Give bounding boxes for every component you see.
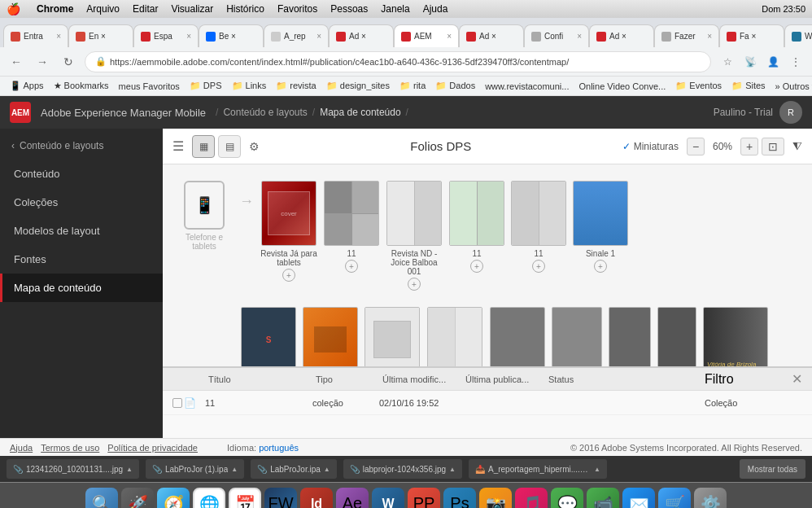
tab-be[interactable]: Be × <box>199 24 264 47</box>
cast-button[interactable]: 📡 <box>740 52 760 72</box>
menu-pessoas[interactable]: Pessoas <box>330 3 368 15</box>
download-item-4[interactable]: 📎 labprojor-1024x356.jpg ▲ <box>343 459 462 479</box>
bookmark-video[interactable]: Online Video Conve... <box>575 80 669 93</box>
tab-en[interactable]: En × <box>68 24 133 47</box>
link-ajuda[interactable]: Ajuda <box>10 443 33 453</box>
tab-gmail[interactable]: Entra × <box>3 24 68 47</box>
sidebar-item-conteudo[interactable]: Conteúdo <box>0 160 163 188</box>
filter-icon[interactable]: ⧨ <box>792 139 802 153</box>
person-button[interactable]: 👤 <box>763 52 783 72</box>
folio-item-5[interactable]: 11 + <box>511 181 566 273</box>
reload-button[interactable]: ↻ <box>59 52 78 72</box>
tab-close-aem[interactable]: × <box>447 32 452 41</box>
tab-close-espa[interactable]: × <box>186 32 191 41</box>
tab-ad2[interactable]: Ad × <box>459 24 524 47</box>
breadcrumb-conteudo[interactable]: Conteúdo e layouts <box>223 107 307 118</box>
menu-button[interactable]: ⋮ <box>786 52 805 72</box>
folio-add-1[interactable]: + <box>282 269 295 282</box>
dock-mail[interactable]: ✉️ <box>622 488 655 509</box>
bookmark-star[interactable]: ★ Bookmarks <box>50 79 112 93</box>
dock-word[interactable]: W <box>372 488 404 509</box>
sidebar-item-colecoes[interactable]: Coleções <box>0 188 163 217</box>
sidebar-item-mapa[interactable]: Mapa de conteúdo <box>0 274 163 302</box>
folio-item-2[interactable]: 11 + <box>324 181 379 273</box>
col-titulo[interactable]: Título <box>208 374 314 384</box>
folio-item-6[interactable]: Sinale 1 + <box>573 181 628 273</box>
bookmark-apps[interactable]: 📱 Apps <box>7 79 47 93</box>
menu-arquivo[interactable]: Arquivo <box>86 3 120 15</box>
folio-item-4[interactable]: 11 + <box>449 181 504 273</box>
folio-add-5[interactable]: + <box>532 260 545 273</box>
folio-add-2[interactable]: + <box>345 260 358 273</box>
dock-finder[interactable]: 🔍 <box>85 488 118 509</box>
bookmark-dados[interactable]: 📁 Dados <box>432 79 478 93</box>
folio-item-r2-2[interactable]: 11 + <box>303 307 358 366</box>
settings-icon[interactable]: ⚙ <box>249 140 260 153</box>
sidebar-item-modelos[interactable]: Modelos de layout <box>0 217 163 245</box>
idioma-link[interactable]: português <box>259 443 299 453</box>
forward-button[interactable]: → <box>33 52 52 72</box>
dock-chrome[interactable]: 🌐 <box>193 488 225 509</box>
tab-close-arep[interactable]: × <box>317 32 321 41</box>
menu-chrome[interactable]: Chrome <box>37 3 73 15</box>
bookmark-eventos[interactable]: 📁 Eventos <box>672 79 725 93</box>
download-arrow-3[interactable]: ▲ <box>324 466 330 473</box>
bookmark-rita[interactable]: 📁 rita <box>396 79 429 93</box>
tab-ad1[interactable]: Ad × <box>329 24 394 47</box>
dock-facetime[interactable]: 📹 <box>587 488 619 509</box>
menu-historico[interactable]: Histórico <box>226 3 264 15</box>
bookmark-design[interactable]: 📁 design_sites <box>323 79 393 93</box>
link-privacidade[interactable]: Política de privacidade <box>107 443 198 453</box>
dock-fw[interactable]: FW <box>264 488 297 509</box>
list-view-button[interactable]: ▤ <box>218 135 241 158</box>
sidebar-back-button[interactable]: ‹ Conteúdo e layouts <box>0 132 163 160</box>
back-button[interactable]: ← <box>7 52 26 72</box>
dock-settings[interactable]: ⚙️ <box>694 488 727 509</box>
folio-add-3[interactable]: + <box>408 278 421 291</box>
tab-espa[interactable]: Espa × <box>133 24 199 47</box>
apple-icon[interactable]: 🍎 <box>7 2 20 15</box>
menu-editar[interactable]: Editar <box>133 3 158 15</box>
folio-item-1[interactable]: cover Revista Já para tablets + <box>260 181 317 282</box>
dock-safari[interactable]: 🧭 <box>157 488 190 509</box>
folio-item-r2-9[interactable]: Vitória de Brizola Vitória de Brizola <box>703 307 768 366</box>
bookmark-revista2[interactable]: www.revistacomuni... <box>482 80 572 93</box>
dock-appstore[interactable]: 🛒 <box>658 488 691 509</box>
folio-item-r2-6[interactable] <box>552 307 602 366</box>
col-modific[interactable]: Última modific... <box>382 374 464 384</box>
bookmark-more[interactable]: » Outros favoritos <box>772 80 812 93</box>
download-item-5[interactable]: 📥 A_reportagem_hipermi....pdf ▲ <box>469 459 607 479</box>
download-arrow-2[interactable]: ▲ <box>231 466 238 473</box>
menu-visualizar[interactable]: Visualizar <box>171 3 213 15</box>
bookmark-star-button[interactable]: ☆ <box>718 52 737 72</box>
grid-view-button[interactable]: ▦ <box>192 135 215 158</box>
show-all-button[interactable]: Mostrar todas <box>740 459 805 479</box>
col-publica[interactable]: Última publica... <box>465 374 547 384</box>
bookmark-links[interactable]: 📁 Links <box>229 79 270 93</box>
zoom-out-button[interactable]: − <box>687 138 705 155</box>
bookmark-sites[interactable]: 📁 Sites <box>728 79 769 93</box>
dock-launchpad[interactable]: 🚀 <box>121 488 154 509</box>
tab-ad3[interactable]: Ad × <box>589 24 654 47</box>
tab-close-confi[interactable]: × <box>577 32 582 41</box>
dock-photos[interactable]: 📸 <box>479 488 512 509</box>
download-item-1[interactable]: 📎 12341260_10201131....jpg ▲ <box>7 459 139 479</box>
col-tipo[interactable]: Tipo <box>316 374 381 384</box>
folio-item-r2-3[interactable]: 11 + <box>365 307 420 366</box>
folio-item-r2-5[interactable]: 11 + <box>490 307 545 366</box>
tab-fazer[interactable]: Fazer × <box>654 24 719 47</box>
row-checkbox[interactable] <box>172 398 182 408</box>
hamburger-icon[interactable]: ☰ <box>172 138 184 154</box>
tab-close-gmail[interactable]: × <box>56 32 61 41</box>
tab-aem[interactable]: AEM × <box>394 24 459 47</box>
tab-arep[interactable]: A_rep × <box>264 24 329 47</box>
menu-favoritos[interactable]: Favoritos <box>277 3 317 15</box>
dock-itunes[interactable]: 🎵 <box>515 488 548 509</box>
dock-ps[interactable]: Ps <box>443 488 476 509</box>
bookmark-revista[interactable]: 📁 revista <box>273 79 319 93</box>
tab-web[interactable]: Web! × <box>784 24 812 47</box>
folio-item-r2-1[interactable]: S Sinale 1 + <box>241 307 296 366</box>
folio-item-r2-4[interactable]: Revista ND - Joice Balboa 001 + <box>426 307 483 366</box>
dock-ae[interactable]: Ae <box>336 488 369 509</box>
dock-pp[interactable]: PP <box>408 488 440 509</box>
